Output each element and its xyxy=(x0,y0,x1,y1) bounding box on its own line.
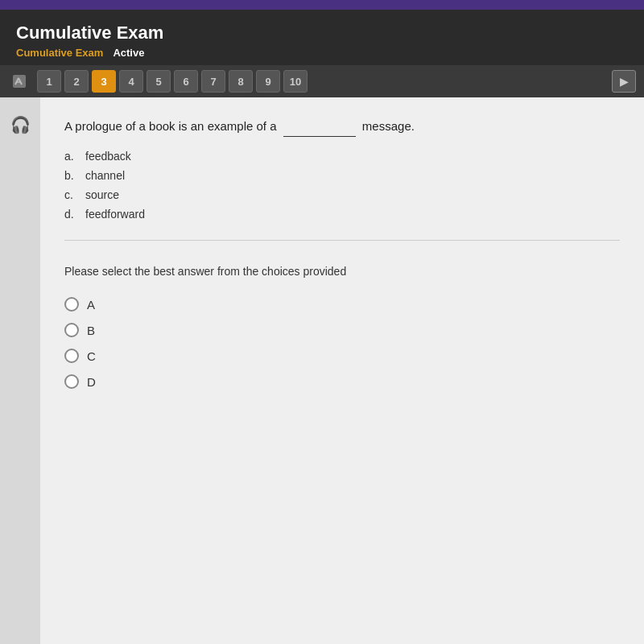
divider xyxy=(64,240,620,241)
radio-option-a[interactable]: A xyxy=(64,297,620,312)
choice-b: b. channel xyxy=(64,169,620,182)
top-bar xyxy=(0,0,644,10)
choice-c-letter: c. xyxy=(64,188,79,201)
question-btn-2[interactable]: 2 xyxy=(64,70,89,93)
choice-d: d. feedforward xyxy=(64,208,620,221)
question-btn-3[interactable]: 3 xyxy=(92,70,116,93)
question-content: A prologue of a book is an example of a … xyxy=(40,97,644,644)
radio-option-b[interactable]: B xyxy=(64,323,620,337)
question-btn-7[interactable]: 7 xyxy=(201,70,225,93)
left-sidebar: 🎧 xyxy=(0,97,40,644)
question-btn-10[interactable]: 10 xyxy=(283,70,308,93)
radio-label-d: D xyxy=(87,375,96,389)
radio-option-d[interactable]: D xyxy=(64,374,620,389)
header: Cumulative Exam Cumulative Exam Active xyxy=(0,10,644,65)
audio-icon[interactable]: 🎧 xyxy=(6,110,35,139)
choice-a: a. feedback xyxy=(64,150,620,163)
radio-options: A B C D xyxy=(64,297,620,389)
question-btn-5[interactable]: 5 xyxy=(147,70,171,93)
question-text-before: A prologue of a book is an example of a xyxy=(64,119,277,133)
radio-circle-b xyxy=(64,323,79,337)
radio-label-a: A xyxy=(87,298,95,312)
breadcrumb-link[interactable]: Cumulative Exam xyxy=(16,47,103,59)
answer-choices: a. feedback b. channel c. source d. feed… xyxy=(64,150,620,221)
radio-label-b: B xyxy=(87,324,95,337)
choice-b-text: channel xyxy=(85,169,125,182)
question-btn-1[interactable]: 1 xyxy=(37,70,61,93)
page-title: Cumulative Exam xyxy=(16,23,628,43)
radio-circle-d xyxy=(64,374,79,389)
choice-a-letter: a. xyxy=(64,150,79,163)
pencil-icon xyxy=(8,70,31,93)
choice-d-text: feedforward xyxy=(85,208,145,221)
choice-c: c. source xyxy=(64,188,620,201)
question-nav-bar: 1 2 3 4 5 6 7 8 9 10 ▶ xyxy=(0,65,644,97)
question-btn-6[interactable]: 6 xyxy=(174,70,198,93)
instruction-text: Please select the best answer from the c… xyxy=(64,257,620,278)
question-btn-8[interactable]: 8 xyxy=(229,70,253,93)
content-area: 🎧 A prologue of a book is an example of … xyxy=(0,97,644,644)
breadcrumb-status: Active xyxy=(113,47,144,59)
radio-circle-c xyxy=(64,349,79,363)
radio-label-c: C xyxy=(87,349,96,363)
radio-option-c[interactable]: C xyxy=(64,349,620,363)
breadcrumb: Cumulative Exam Active xyxy=(16,47,628,59)
question-text-after: message. xyxy=(362,119,415,133)
question-btn-4[interactable]: 4 xyxy=(119,70,143,93)
question-btn-9[interactable]: 9 xyxy=(256,70,280,93)
play-button[interactable]: ▶ xyxy=(612,70,636,93)
choice-a-text: feedback xyxy=(85,150,131,163)
choice-d-letter: d. xyxy=(64,208,79,221)
choice-b-letter: b. xyxy=(64,169,79,182)
choice-c-text: source xyxy=(85,188,119,201)
radio-circle-a xyxy=(64,297,79,312)
question-text: A prologue of a book is an example of a … xyxy=(64,117,620,137)
question-blank xyxy=(283,117,356,137)
